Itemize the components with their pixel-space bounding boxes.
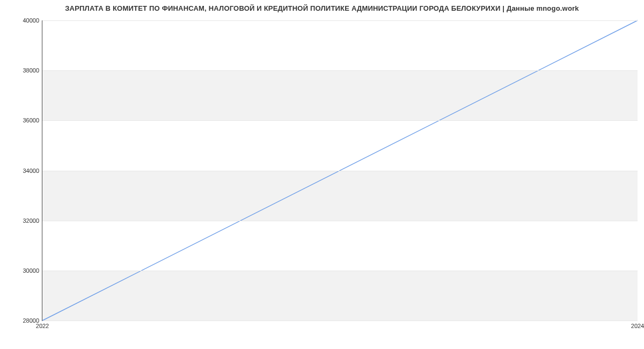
- y-gridline: [42, 120, 638, 121]
- y-gridline: [42, 171, 638, 171]
- y-tick-label: 38000: [23, 67, 42, 74]
- y-tick-label: 32000: [23, 217, 42, 224]
- y-tick-label: 34000: [23, 168, 42, 174]
- y-gridline: [42, 321, 638, 321]
- x-tick-label: 2022: [36, 321, 49, 329]
- plot-area: 2800030000320003400036000380004000020222…: [42, 20, 638, 321]
- chart-title: ЗАРПЛАТА В КОМИТЕТ ПО ФИНАНСАМ, НАЛОГОВО…: [0, 4, 644, 12]
- x-tick-label: 2024: [631, 321, 644, 329]
- y-gridline: [42, 70, 638, 71]
- y-gridline: [42, 271, 638, 271]
- y-gridline: [42, 221, 638, 221]
- y-gridline: [42, 20, 638, 21]
- y-tick-label: 40000: [23, 17, 42, 24]
- y-tick-label: 30000: [23, 267, 42, 274]
- y-tick-label: 36000: [23, 117, 42, 123]
- chart-container: ЗАРПЛАТА В КОМИТЕТ ПО ФИНАНСАМ, НАЛОГОВО…: [0, 0, 644, 349]
